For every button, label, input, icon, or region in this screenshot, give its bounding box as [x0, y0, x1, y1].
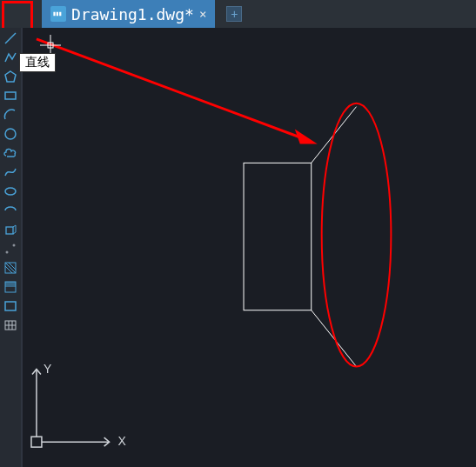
- tab-label: Drawing1.dwg*: [71, 5, 194, 23]
- drawn-rectangle: [244, 163, 312, 310]
- svg-rect-3: [59, 12, 61, 17]
- svg-line-23: [37, 39, 306, 140]
- svg-marker-24: [295, 130, 318, 144]
- ellipse-tool[interactable]: [2, 183, 19, 200]
- svg-rect-6: [5, 92, 16, 99]
- svg-marker-5: [5, 71, 16, 82]
- dwg-file-icon: [50, 6, 66, 22]
- point-tool[interactable]: [2, 240, 19, 257]
- arc-tool[interactable]: [2, 106, 19, 123]
- gradient-tool[interactable]: [2, 278, 19, 296]
- svg-point-11: [13, 244, 16, 247]
- table-tool[interactable]: [2, 317, 19, 334]
- region-tool[interactable]: [2, 297, 19, 315]
- axis-x-label: X: [118, 434, 126, 448]
- line-tool-tooltip: 直线: [19, 53, 56, 72]
- svg-point-10: [6, 251, 9, 254]
- hatch-tool[interactable]: [2, 259, 19, 277]
- drawn-ellipse: [322, 103, 392, 367]
- svg-rect-25: [31, 437, 42, 447]
- annotation-arrow: [37, 39, 318, 144]
- circle-tool[interactable]: [2, 125, 19, 143]
- tab-drawing1[interactable]: Drawing1.dwg* ×: [42, 0, 215, 28]
- tab-bar: Drawing1.dwg* × +: [0, 0, 476, 28]
- svg-rect-9: [6, 227, 13, 234]
- plus-icon: +: [226, 6, 242, 22]
- svg-line-15: [9, 263, 16, 270]
- tab-close-icon[interactable]: ×: [199, 7, 206, 21]
- insert-block-tool[interactable]: [2, 221, 19, 238]
- svg-rect-2: [57, 12, 58, 17]
- drawn-line-bottom: [312, 310, 357, 367]
- axis-y-label: Y: [44, 362, 51, 376]
- svg-rect-18: [5, 302, 16, 310]
- ucs-icon: [31, 369, 110, 447]
- line-tool[interactable]: [2, 30, 19, 47]
- svg-line-13: [5, 266, 12, 273]
- add-tab-button[interactable]: +: [220, 0, 248, 28]
- draw-toolbox: [0, 28, 21, 467]
- svg-rect-17: [5, 282, 16, 287]
- cloud-tool[interactable]: [2, 144, 19, 162]
- svg-line-4: [5, 33, 16, 43]
- svg-point-8: [5, 188, 16, 195]
- ellipse-arc-tool[interactable]: [2, 202, 19, 219]
- svg-point-7: [5, 129, 16, 139]
- svg-rect-1: [53, 12, 55, 17]
- spline-tool[interactable]: [2, 163, 19, 181]
- polyline-tool[interactable]: [2, 49, 19, 66]
- rectangle-tool[interactable]: [2, 87, 19, 104]
- drawing-canvas[interactable]: X Y: [21, 28, 476, 467]
- polygon-tool[interactable]: [2, 68, 19, 85]
